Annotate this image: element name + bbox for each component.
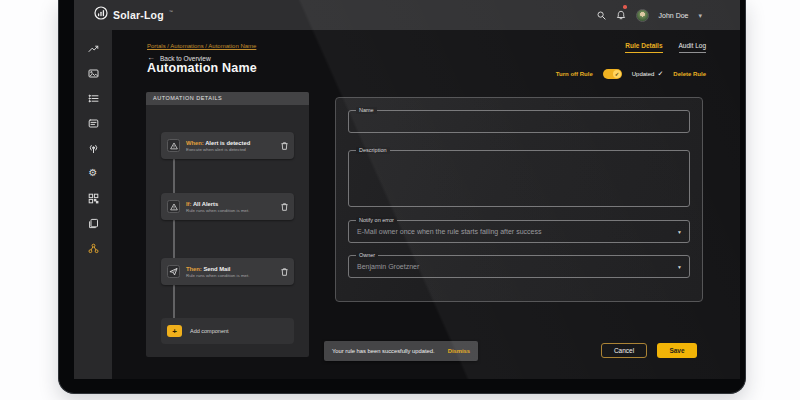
sidebar-nav: ⚙	[74, 30, 112, 379]
sidebar-item-list[interactable]	[87, 92, 99, 104]
app-header: Solar-Log ™	[74, 0, 740, 30]
sidebar-item-automations[interactable]	[87, 242, 99, 254]
breadcrumb[interactable]: Portals / Automations / Automation Name	[147, 43, 256, 49]
save-button[interactable]: Save	[657, 343, 697, 358]
logo-trademark: ™	[169, 9, 173, 14]
user-avatar[interactable]	[636, 9, 649, 22]
tab-audit-log[interactable]: Audit Log	[679, 42, 706, 53]
send-icon	[167, 265, 180, 278]
component-subtitle: Execute when alert is detected	[186, 147, 250, 152]
component-name: All Alerts	[193, 201, 218, 207]
component-card-when[interactable]: When: Alert is detected Execute when ale…	[161, 132, 294, 159]
sidebar-item-network[interactable]	[87, 142, 99, 154]
notify-field-value: E-Mail owner once when the rule starts f…	[349, 221, 689, 242]
component-name: Send Mail	[203, 266, 230, 272]
owner-field-label: Owner	[356, 252, 378, 259]
updated-label: Updated	[632, 71, 655, 77]
sidebar-item-devices[interactable]	[87, 192, 99, 204]
updated-status: Updated ✓	[632, 70, 664, 78]
component-title: Then: Send Mail	[186, 266, 249, 272]
component-title: When: Alert is detected	[186, 140, 250, 146]
owner-select[interactable]: Owner Benjamin Groetzner ▼	[348, 255, 690, 278]
component-prefix: If:	[186, 201, 191, 207]
main-content: Portals / Automations / Automation Name …	[112, 30, 740, 379]
app-screen: Solar-Log ™	[74, 0, 740, 379]
turn-off-rule-toggle[interactable]: ✓	[603, 69, 622, 79]
dropdown-arrow-icon[interactable]: ▼	[677, 229, 682, 235]
tablet-frame: Solar-Log ™	[58, 0, 746, 394]
description-field[interactable]: Description	[348, 150, 690, 207]
plus-icon: +	[167, 325, 182, 337]
component-card-if[interactable]: If: All Alerts Rule runs when condition …	[161, 193, 294, 220]
delete-rule-button[interactable]: Delete Rule	[673, 71, 706, 77]
owner-field-value: Benjamin Groetzner	[349, 256, 689, 277]
component-prefix: When:	[186, 140, 204, 146]
component-subtitle: Rule runs when condition is met.	[186, 273, 249, 278]
sidebar-item-pages[interactable]	[87, 217, 99, 229]
snackbar: Your rule has been succesfully updated. …	[324, 341, 478, 361]
trash-icon[interactable]	[281, 142, 288, 150]
updated-check-icon: ✓	[657, 70, 663, 78]
flow-connector-line	[173, 159, 175, 319]
search-icon[interactable]	[597, 6, 606, 24]
component-subtitle: Rule runs when condition is met.	[186, 208, 249, 213]
component-name: Alert is detected	[205, 140, 250, 146]
description-field-label: Description	[356, 147, 390, 154]
check-icon: ✓	[615, 71, 620, 77]
snackbar-message: Your rule has been succesfully updated.	[332, 348, 435, 354]
page-title: Automation Name	[147, 61, 257, 75]
component-card-then[interactable]: Then: Send Mail Rule runs when condition…	[161, 258, 294, 285]
page-background: Solar-Log ™	[0, 0, 800, 400]
trash-icon[interactable]	[281, 268, 288, 276]
automation-details-header: AUTOMATION DETAILS	[146, 92, 309, 105]
toggle-knob: ✓	[613, 70, 622, 79]
sidebar-item-media[interactable]	[87, 67, 99, 79]
turn-off-rule-label: Turn off Rule	[556, 71, 593, 77]
notification-badge	[623, 5, 627, 9]
logo-text: Solar-Log	[113, 9, 164, 21]
rule-action-bar: Turn off Rule ✓ Updated ✓ Delete Rule	[556, 69, 706, 79]
name-field-label: Name	[356, 107, 377, 114]
notify-field-label: Notify on error	[356, 217, 397, 224]
warning-triangle-icon	[167, 139, 180, 152]
sidebar-item-settings[interactable]: ⚙	[87, 167, 99, 179]
sidebar-item-trends[interactable]	[87, 42, 99, 54]
user-name[interactable]: John Doe	[659, 12, 689, 19]
solar-log-logo: Solar-Log ™	[94, 6, 173, 24]
component-title: If: All Alerts	[186, 201, 249, 207]
add-component-button[interactable]: + Add component	[161, 318, 294, 344]
rule-form-panel: Name Description Notify on error E-Mail …	[335, 97, 703, 302]
chevron-down-icon[interactable]: ▾	[698, 12, 702, 19]
dropdown-arrow-icon[interactable]: ▼	[677, 264, 682, 270]
notifications-bell-icon[interactable]	[616, 6, 626, 24]
add-component-label: Add component	[190, 328, 229, 334]
notify-on-error-select[interactable]: Notify on error E-Mail owner once when t…	[348, 220, 690, 243]
solar-log-chart-icon	[94, 6, 108, 24]
gear-icon: ⚙	[89, 168, 98, 178]
dismiss-button[interactable]: Dismiss	[448, 348, 470, 354]
component-prefix: Then:	[186, 266, 202, 272]
warning-triangle-icon	[167, 200, 180, 213]
trash-icon[interactable]	[281, 203, 288, 211]
sidebar-item-reports[interactable]	[87, 117, 99, 129]
name-field[interactable]: Name	[348, 110, 690, 133]
tab-rule-details[interactable]: Rule Details	[625, 42, 662, 53]
tab-bar: Rule Details Audit Log	[625, 42, 706, 53]
cancel-button[interactable]: Cancel	[601, 343, 647, 358]
automation-details-panel: AUTOMATION DETAILS When: Alert is detect…	[146, 92, 309, 357]
